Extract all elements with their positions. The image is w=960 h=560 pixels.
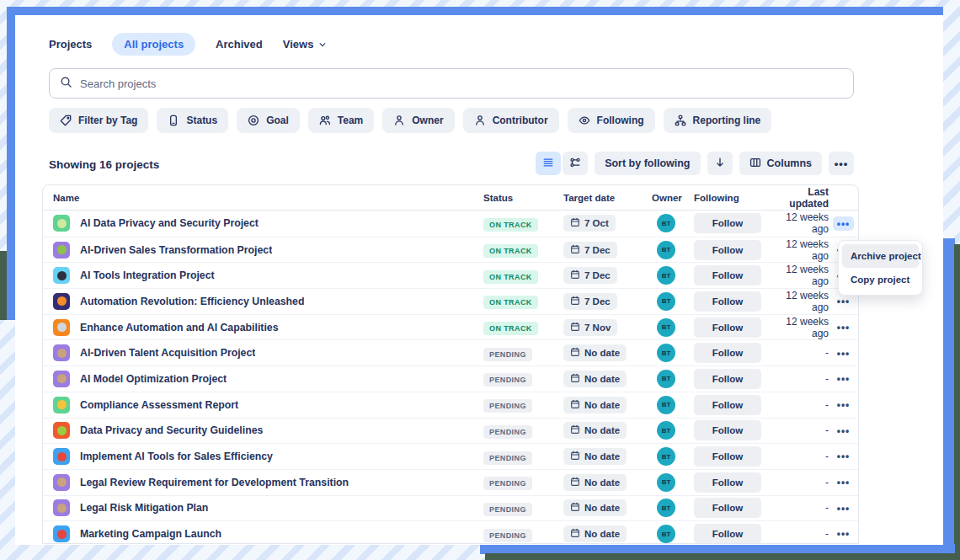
filter-status[interactable]: Status [157, 108, 228, 133]
row-more-button[interactable]: ••• [833, 449, 855, 463]
follow-button[interactable]: Follow [694, 317, 761, 338]
table-row[interactable]: Automation Revolution: Efficiency Unleas… [43, 288, 858, 314]
row-more-button[interactable]: ••• [833, 501, 855, 515]
row-more-button[interactable]: ••• [833, 294, 855, 308]
follow-button[interactable]: Follow [694, 524, 761, 544]
tab-archived[interactable]: Archived [216, 33, 263, 56]
owner-avatar[interactable]: BT [657, 266, 675, 285]
tab-all-projects[interactable]: All projects [112, 33, 195, 56]
search-bar[interactable] [49, 68, 854, 99]
tree-view-button[interactable] [563, 152, 588, 175]
owner-avatar[interactable]: BT [657, 396, 675, 414]
sort-by-button[interactable]: Sort by following [595, 152, 700, 175]
table-row[interactable]: AI-Driven Talent Acquisition ProjectPEND… [43, 339, 858, 365]
filter-team[interactable]: Team [308, 108, 374, 133]
row-more-button[interactable]: ••• [833, 346, 855, 360]
owner-cell: BT [652, 214, 694, 232]
row-menu-cell: ••• [829, 397, 858, 412]
follow-button[interactable]: Follow [694, 472, 761, 493]
follow-button[interactable]: Follow [694, 291, 761, 312]
project-name-cell: Legal Review Requirement for Development… [43, 474, 483, 491]
coconut-icon [53, 499, 70, 516]
project-name[interactable]: Legal Risk Mitigation Plan [80, 502, 208, 514]
row-more-button[interactable]: ••• [833, 526, 855, 541]
project-name[interactable]: Data Privacy and Security Guidelines [80, 424, 263, 436]
filter-following[interactable]: Following [568, 108, 655, 133]
owner-avatar[interactable]: BT [657, 344, 675, 362]
filter-filter-by-tag[interactable]: Filter by Tag [49, 108, 148, 133]
owner-avatar[interactable]: BT [657, 525, 675, 543]
table-row[interactable]: Data Privacy and Security GuidelinesPEND… [43, 418, 858, 444]
project-name[interactable]: Implement AI Tools for Sales Efficiency [80, 451, 273, 462]
table-row[interactable]: Enhance Automation and AI CapabilitiesON… [43, 314, 858, 340]
owner-avatar[interactable]: BT [657, 292, 675, 311]
owner-cell: BT [652, 370, 694, 388]
owner-avatar[interactable]: BT [657, 241, 675, 259]
project-name[interactable]: AI-Driven Sales Transformation Project [80, 244, 272, 256]
owner-avatar[interactable]: BT [657, 421, 675, 440]
target-date-label: 7 Oct [584, 218, 609, 228]
toolbar-more-button[interactable]: ••• [829, 152, 854, 175]
filter-reporting-line[interactable]: Reporting line [664, 108, 772, 133]
follow-button[interactable]: Follow [694, 343, 761, 363]
tab-views[interactable]: Views [283, 33, 328, 56]
owner-avatar[interactable]: BT [657, 370, 675, 388]
list-view-button[interactable] [536, 152, 561, 175]
filter-goal[interactable]: Goal [237, 108, 300, 133]
columns-button[interactable]: Columns [739, 152, 822, 175]
row-more-button[interactable]: ••• [833, 475, 855, 489]
target-date-pill: 7 Dec [563, 293, 617, 310]
filter-contributor[interactable]: Contributor [463, 108, 559, 133]
follow-button[interactable]: Follow [694, 369, 761, 389]
table-row[interactable]: AI-Driven Sales Transformation ProjectON… [43, 237, 858, 263]
filter-owner[interactable]: Owner [382, 108, 454, 133]
row-more-button[interactable]: ••• [833, 216, 855, 231]
project-name[interactable]: Automation Revolution: Efficiency Unleas… [80, 296, 304, 307]
kiwi-icon [53, 422, 70, 439]
table-row[interactable]: Compliance Assessment ReportPENDINGNo da… [43, 392, 858, 418]
project-name[interactable]: Marketing Campaign Launch [80, 528, 221, 540]
target-date-pill: 7 Nov [563, 319, 617, 336]
owner-avatar[interactable]: BT [657, 499, 675, 517]
filter-label: Filter by Tag [78, 115, 137, 126]
follow-button[interactable]: Follow [694, 420, 761, 440]
row-more-button[interactable]: ••• [833, 424, 855, 438]
project-name[interactable]: AI Data Privacy and Security Project [80, 217, 259, 229]
context-menu-item-copy-project[interactable]: Copy project [842, 268, 919, 291]
follow-button[interactable]: Follow [694, 265, 761, 285]
sort-direction-button[interactable] [707, 152, 733, 175]
owner-avatar[interactable]: BT [657, 473, 675, 492]
project-name[interactable]: AI-Driven Talent Acquisition Project [80, 347, 255, 359]
owner-avatar[interactable]: BT [657, 318, 675, 337]
context-menu-item-archive-project[interactable]: Archive project [842, 244, 919, 268]
target-date-pill: No date [563, 499, 627, 516]
search-input[interactable] [80, 77, 843, 90]
follow-button[interactable]: Follow [694, 446, 761, 467]
project-name[interactable]: Enhance Automation and AI Capabilities [80, 322, 279, 333]
project-name[interactable]: AI Tools Integration Project [80, 269, 215, 281]
project-name[interactable]: Legal Review Requirement for Development… [80, 477, 349, 488]
project-name[interactable]: Compliance Assessment Report [80, 399, 238, 411]
row-more-button[interactable]: ••• [833, 320, 855, 334]
tab-projects[interactable]: Projects [49, 33, 92, 56]
project-name[interactable]: AI Model Optimization Project [80, 373, 227, 385]
target-date-cell: No date [563, 371, 652, 387]
table-row[interactable]: AI Model Optimization ProjectPENDINGNo d… [43, 365, 858, 392]
status-cell: PENDING [483, 423, 563, 439]
table-row[interactable]: Legal Review Requirement for Development… [43, 469, 858, 495]
target-date-label: No date [584, 503, 620, 513]
follow-button[interactable]: Follow [694, 395, 761, 415]
table-row[interactable]: AI Data Privacy and Security ProjectON T… [43, 211, 858, 237]
table-row[interactable]: AI Tools Integration ProjectON TRACK7 De… [43, 262, 858, 288]
follow-button[interactable]: Follow [694, 498, 761, 518]
row-more-button[interactable]: ••• [833, 371, 855, 386]
owner-avatar[interactable]: BT [657, 447, 675, 466]
row-more-button[interactable]: ••• [833, 397, 855, 412]
follow-button[interactable]: Follow [694, 213, 761, 233]
table-row[interactable]: Marketing Campaign LaunchPENDINGNo dateB… [43, 520, 858, 544]
table-row[interactable]: Legal Risk Mitigation PlanPENDINGNo date… [43, 495, 858, 521]
owner-avatar[interactable]: BT [657, 214, 675, 232]
owner-cell: BT [652, 396, 694, 414]
table-row[interactable]: Implement AI Tools for Sales EfficiencyP… [43, 443, 858, 469]
follow-button[interactable]: Follow [694, 240, 761, 260]
